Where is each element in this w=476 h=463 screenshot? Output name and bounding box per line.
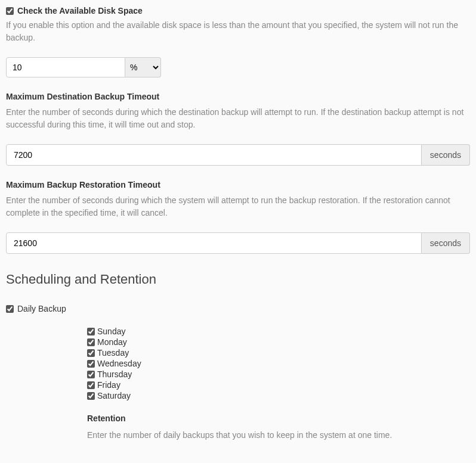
- day-label: Thursday: [97, 369, 132, 379]
- day-item-friday: Friday: [87, 380, 470, 390]
- daily-backup-row: Daily Backup: [6, 304, 470, 313]
- day-checkbox-friday[interactable]: [87, 381, 95, 389]
- day-item-tuesday: Tuesday: [87, 348, 470, 358]
- disk-space-input-group: %: [6, 57, 161, 77]
- day-item-sunday: Sunday: [87, 327, 470, 336]
- day-checkbox-sunday[interactable]: [87, 328, 95, 335]
- day-label: Monday: [97, 337, 127, 347]
- day-label: Saturday: [97, 391, 131, 400]
- day-checkbox-tuesday[interactable]: [87, 349, 95, 357]
- daily-backup-label: Daily Backup: [17, 304, 66, 313]
- restore-timeout-input[interactable]: [6, 232, 422, 254]
- day-label: Wednesday: [97, 359, 141, 368]
- restore-timeout-section: Maximum Backup Restoration Timeout Enter…: [6, 180, 470, 254]
- disk-space-checkbox[interactable]: [6, 7, 14, 15]
- day-item-monday: Monday: [87, 337, 470, 347]
- retention-block: Retention Enter the number of daily back…: [6, 414, 470, 442]
- restore-timeout-input-group: seconds: [6, 232, 470, 254]
- days-block: Sunday Monday Tuesday Wednesday Thursday…: [6, 327, 470, 400]
- scheduling-heading: Scheduling and Retention: [6, 272, 470, 287]
- disk-space-input[interactable]: [6, 57, 125, 77]
- day-item-wednesday: Wednesday: [87, 359, 470, 368]
- day-checkbox-thursday[interactable]: [87, 371, 95, 378]
- disk-space-section: Check the Available Disk Space If you en…: [6, 6, 470, 77]
- dest-timeout-input[interactable]: [6, 144, 422, 166]
- disk-space-help: If you enable this option and the availa…: [6, 19, 470, 44]
- day-checkbox-monday[interactable]: [87, 338, 95, 346]
- retention-help: Enter the number of daily backups that y…: [87, 429, 470, 442]
- dest-timeout-input-group: seconds: [6, 144, 470, 166]
- day-item-thursday: Thursday: [87, 369, 470, 379]
- dest-timeout-section: Maximum Destination Backup Timeout Enter…: [6, 92, 470, 166]
- dest-timeout-suffix: seconds: [422, 144, 470, 166]
- day-label: Tuesday: [97, 348, 129, 358]
- disk-space-unit-select[interactable]: %: [125, 57, 161, 77]
- disk-space-title: Check the Available Disk Space: [17, 6, 143, 15]
- day-label: Sunday: [97, 327, 125, 336]
- day-checkbox-wednesday[interactable]: [87, 360, 95, 368]
- retention-title: Retention: [87, 414, 470, 423]
- dest-timeout-title: Maximum Destination Backup Timeout: [6, 92, 470, 101]
- restore-timeout-title: Maximum Backup Restoration Timeout: [6, 180, 470, 189]
- restore-timeout-suffix: seconds: [422, 232, 470, 254]
- day-label: Friday: [97, 380, 120, 390]
- restore-timeout-help: Enter the number of seconds during which…: [6, 194, 470, 219]
- day-checkbox-saturday[interactable]: [87, 392, 95, 400]
- disk-space-check-row: Check the Available Disk Space: [6, 6, 470, 15]
- dest-timeout-help: Enter the number of seconds during which…: [6, 106, 470, 131]
- day-item-saturday: Saturday: [87, 391, 470, 400]
- daily-backup-checkbox[interactable]: [6, 305, 14, 313]
